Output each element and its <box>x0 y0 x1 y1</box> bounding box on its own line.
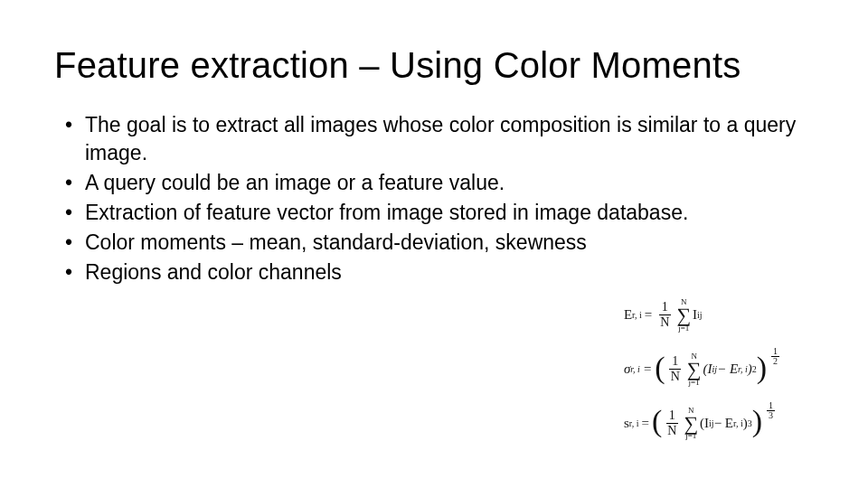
skew-inner-mid: − E <box>714 416 733 431</box>
skew-frac-num: 1 <box>666 409 678 424</box>
skew-frac-den: N <box>665 424 679 437</box>
std-inner-exp: 2 <box>752 364 757 374</box>
list-item: Extraction of feature vector from image … <box>81 199 814 227</box>
std-sum-bot: j=1 <box>689 379 700 387</box>
skew-inner-exp: 3 <box>748 418 752 428</box>
slide-title: Feature extraction – Using Color Moments <box>54 45 814 86</box>
skew-eq: = <box>641 416 648 431</box>
mean-lhs: E <box>624 307 632 323</box>
slide: Feature extraction – Using Color Moments… <box>0 0 868 488</box>
sigma-icon: ∑ <box>676 306 691 324</box>
mean-frac: 1 N <box>657 301 672 329</box>
std-outer-exp: 1 2 <box>769 347 782 366</box>
formula-skew: sr, i = ( 1 N N ∑ j=1 (Iij − Er, i )3 ) … <box>624 407 778 441</box>
mean-frac-num: 1 <box>659 301 671 315</box>
skew-inner-rsub: r, i <box>733 418 743 428</box>
list-item: The goal is to extract all images whose … <box>81 111 814 167</box>
mean-term-sub: ij <box>697 310 703 320</box>
std-inner-l: (I <box>703 361 712 377</box>
skew-outer-exp: 1 3 <box>764 401 778 420</box>
sigma-icon: ∑ <box>687 361 702 379</box>
skew-sum-bot: j=1 <box>685 432 696 440</box>
mean-eq: = <box>645 307 652 323</box>
bullet-list: The goal is to extract all images whose … <box>54 111 814 286</box>
list-item: Color moments – mean, standard-deviation… <box>81 229 814 257</box>
std-sum: N ∑ j=1 <box>687 352 702 387</box>
skew-lhs-sub: r, i <box>629 418 639 428</box>
std-outer-den: 2 <box>771 357 779 366</box>
list-item: A query could be an image or a feature v… <box>81 169 814 197</box>
std-lhs: σ <box>624 361 630 377</box>
sigma-icon: ∑ <box>684 415 698 433</box>
std-inner-rsub: r, i <box>738 364 748 374</box>
formula-mean: Er, i = 1 N N ∑ j=1 Iij <box>624 298 703 333</box>
std-frac: 1 N <box>668 355 683 383</box>
skew-inner-l: (I <box>700 416 709 431</box>
skew-outer-den: 3 <box>767 411 775 420</box>
std-frac-den: N <box>668 370 683 383</box>
std-eq: = <box>644 361 651 377</box>
mean-sum-bot: j=1 <box>678 324 689 333</box>
skew-frac: 1 N <box>665 409 679 437</box>
mean-frac-den: N <box>657 315 672 329</box>
mean-lhs-sub: r, i <box>632 310 642 320</box>
mean-sum: N ∑ j=1 <box>676 298 691 333</box>
std-inner-mid: − E <box>717 361 738 377</box>
formula-block: Er, i = 1 N N ∑ j=1 Iij σr, i = ( 1 N N <box>624 298 782 440</box>
skew-sum: N ∑ j=1 <box>684 407 698 441</box>
list-item: Regions and color channels <box>81 258 814 286</box>
formula-std: σr, i = ( 1 N N ∑ j=1 (Iij − Er, i )2 ) … <box>624 352 782 387</box>
std-frac-num: 1 <box>669 355 681 370</box>
std-lhs-sub: r, i <box>630 364 640 374</box>
